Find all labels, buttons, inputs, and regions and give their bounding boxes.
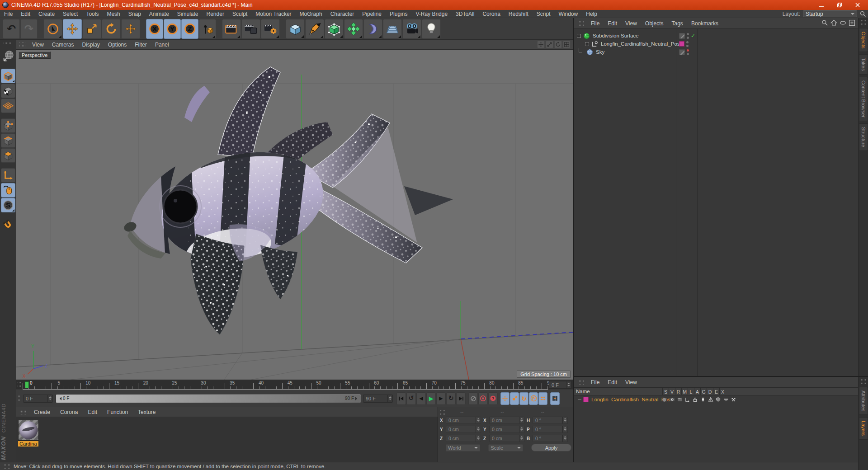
om-menu-view[interactable]: View: [621, 20, 641, 27]
material-menu-corona[interactable]: Corona: [55, 409, 83, 416]
menu-3dtoall[interactable]: 3DToAll: [452, 10, 478, 18]
edit-render-settings-button[interactable]: [261, 19, 280, 39]
timeline-playhead[interactable]: [25, 381, 29, 388]
model-mode-button[interactable]: [1, 69, 15, 83]
layer-column-s[interactable]: S: [662, 388, 669, 395]
home-icon[interactable]: [830, 19, 837, 26]
lock-y-axis-button[interactable]: Y: [164, 19, 181, 39]
render-icon[interactable]: [677, 397, 683, 403]
enabled-check-icon[interactable]: ✓: [691, 33, 695, 39]
menu-edit[interactable]: Edit: [17, 10, 34, 18]
spinner-arrows-icon[interactable]: [519, 435, 524, 442]
drag-handle[interactable]: [440, 410, 446, 415]
lock-x-axis-button[interactable]: X: [146, 19, 163, 39]
timeline-ruler-ticks[interactable]: 051015202530354045505560657075808590: [23, 380, 548, 390]
visibility-dots-icon[interactable]: [686, 41, 689, 47]
key-parameter-button[interactable]: P: [529, 392, 538, 405]
menu-plugins[interactable]: Plugins: [386, 10, 411, 18]
menu-file[interactable]: File: [0, 10, 17, 18]
end-frame-spinner[interactable]: 90 F: [363, 395, 393, 403]
menu-mograph[interactable]: MoGraph: [296, 10, 326, 18]
drag-handle[interactable]: [577, 380, 584, 385]
menu-snap[interactable]: Snap: [124, 10, 145, 18]
drag-handle[interactable]: [861, 20, 866, 25]
add-cube-primitive-button[interactable]: [286, 19, 305, 39]
expand-expander-icon[interactable]: [585, 42, 589, 46]
material-name[interactable]: Cardina: [18, 441, 38, 446]
drag-handle[interactable]: [3, 42, 13, 46]
previous-frame-button[interactable]: ◀: [416, 392, 426, 405]
vp-menu-cameras[interactable]: Cameras: [48, 41, 78, 48]
tab-attributes[interactable]: Attributes: [859, 387, 868, 415]
play-backwards-button[interactable]: ↺: [406, 392, 416, 405]
coord-field-col3-p[interactable]: 0 °: [533, 426, 568, 433]
menu-render[interactable]: Render: [203, 10, 228, 18]
enable-axis-button[interactable]: [1, 168, 15, 183]
close-button[interactable]: [854, 2, 861, 8]
generators-icon[interactable]: [708, 397, 713, 403]
coordinate-system-button[interactable]: [199, 19, 216, 39]
material-menu-edit[interactable]: Edit: [83, 409, 102, 416]
layer-menu-edit[interactable]: Edit: [604, 379, 621, 386]
layer-color-swatch[interactable]: [583, 397, 589, 402]
render-to-picture-viewer-button[interactable]: [241, 19, 260, 39]
last-used-tool-button[interactable]: [121, 19, 140, 39]
material-menu-texture[interactable]: Texture: [133, 409, 160, 416]
drag-handle[interactable]: [577, 21, 584, 26]
add-deformer-button[interactable]: [363, 19, 382, 39]
coord-field-col3-h[interactable]: 0 °: [533, 417, 568, 424]
viewport-rotate-button[interactable]: [554, 41, 562, 48]
key-pla-button[interactable]: [538, 392, 547, 405]
fish-model[interactable]: [123, 67, 453, 334]
keyframe-selection-button[interactable]: [550, 392, 560, 405]
layer-column-r[interactable]: R: [675, 388, 681, 395]
drag-handle[interactable]: [18, 395, 22, 403]
layer-name[interactable]: Longfin_Cardinalfish_Neutral_Pose: [591, 397, 673, 402]
menu-select[interactable]: Select: [59, 10, 82, 18]
managers-icon[interactable]: [684, 397, 690, 403]
layer-column-g[interactable]: G: [700, 388, 707, 395]
viewport-zoom-button[interactable]: [546, 41, 553, 48]
deformers-icon[interactable]: [715, 397, 721, 403]
spinner-arrows-icon[interactable]: [387, 395, 392, 402]
coord-field-col1-x[interactable]: 0 cm: [446, 417, 481, 424]
add-light-button[interactable]: [422, 19, 441, 39]
restore-button[interactable]: [836, 2, 843, 8]
lock-z-axis-button[interactable]: Z: [181, 19, 198, 39]
collapse-expander-icon[interactable]: [577, 34, 581, 38]
drag-handle[interactable]: [19, 42, 25, 47]
animation-icon[interactable]: [700, 397, 706, 403]
layer-row[interactable]: Longfin_Cardinalfish_Neutral_Pose: [574, 395, 868, 404]
make-editable-button[interactable]: [1, 49, 15, 63]
om-menu-bookmarks[interactable]: Bookmarks: [687, 20, 722, 27]
freehand-spline-button[interactable]: [305, 19, 324, 39]
menu-sculpt[interactable]: Sculpt: [228, 10, 251, 18]
view-icon[interactable]: [669, 397, 675, 403]
layer-column-e[interactable]: E: [713, 388, 719, 395]
spinner-arrows-icon[interactable]: [519, 417, 524, 423]
menu-animate[interactable]: Animate: [145, 10, 173, 18]
coord-field-col2-z[interactable]: 0 cm: [489, 435, 524, 442]
spinner-arrows-icon[interactable]: [562, 417, 567, 423]
menu-corona[interactable]: Corona: [478, 10, 504, 18]
tab-content-browser[interactable]: Content Browser: [859, 77, 868, 121]
tab-takes[interactable]: Takes: [859, 54, 868, 75]
layer-menu-view[interactable]: View: [621, 379, 641, 386]
spinner-arrows-icon[interactable]: [566, 381, 571, 388]
xref-icon[interactable]: [731, 397, 736, 403]
layer-column-v[interactable]: V: [669, 388, 675, 395]
layer-menu-file[interactable]: File: [587, 379, 604, 386]
add-floor-button[interactable]: [383, 19, 402, 39]
enable-snap-button[interactable]: S: [1, 198, 15, 212]
material-menu-create[interactable]: Create: [29, 409, 55, 416]
key-position-button[interactable]: [500, 392, 509, 405]
layer-column-x[interactable]: X: [719, 388, 726, 395]
menu-pipeline[interactable]: Pipeline: [358, 10, 386, 18]
menu-simulate[interactable]: Simulate: [173, 10, 203, 18]
coord-field-col3-b[interactable]: 0 °: [533, 435, 568, 442]
lock-icon[interactable]: [692, 397, 698, 403]
transform-mode-dropdown[interactable]: Scale: [488, 444, 523, 451]
object-row-subdivision-surface[interactable]: Subdivision Surface ✓: [574, 32, 868, 40]
spinner-arrows-icon[interactable]: [562, 426, 567, 432]
om-menu-tags[interactable]: Tags: [668, 20, 687, 27]
